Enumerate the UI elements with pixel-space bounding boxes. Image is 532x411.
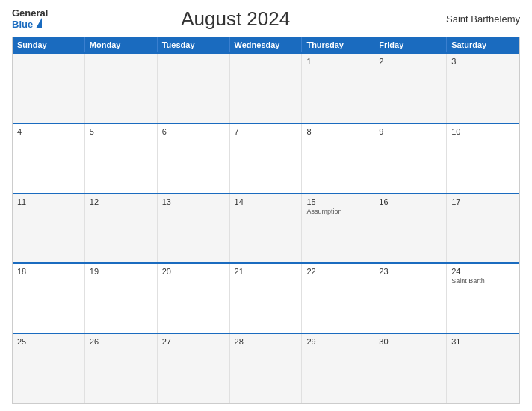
day-number: 6 bbox=[162, 127, 225, 136]
day-cell-2-5: 8 bbox=[302, 124, 374, 193]
day-number: 27 bbox=[162, 337, 225, 346]
day-number: 11 bbox=[17, 197, 80, 206]
day-cell-1-5: 1 bbox=[302, 54, 374, 123]
day-number: 9 bbox=[379, 127, 442, 136]
day-headers-row: Sunday Monday Tuesday Wednesday Thursday… bbox=[13, 37, 519, 52]
week-row-3: 1112131415Assumption1617 bbox=[13, 193, 519, 263]
day-cell-4-6: 23 bbox=[374, 264, 447, 333]
day-cell-5-3: 27 bbox=[158, 334, 230, 403]
day-cell-3-4: 14 bbox=[230, 194, 303, 263]
day-cell-5-7: 31 bbox=[447, 334, 519, 403]
logo-general-text: General bbox=[12, 8, 48, 18]
day-cell-1-3 bbox=[158, 54, 230, 123]
day-cell-1-2 bbox=[85, 54, 158, 123]
header-saturday: Saturday bbox=[447, 37, 519, 52]
day-cell-3-5: 15Assumption bbox=[302, 194, 374, 263]
day-cell-5-5: 29 bbox=[302, 334, 374, 403]
day-cell-1-6: 2 bbox=[374, 54, 447, 123]
week-row-2: 45678910 bbox=[13, 123, 519, 193]
day-number: 20 bbox=[162, 267, 225, 276]
header-friday: Friday bbox=[374, 37, 447, 52]
day-cell-2-4: 7 bbox=[230, 124, 303, 193]
day-number: 28 bbox=[235, 337, 297, 346]
day-number: 2 bbox=[379, 57, 442, 66]
day-number: 13 bbox=[162, 197, 225, 206]
week-row-5: 25262728293031 bbox=[13, 333, 519, 403]
day-number: 21 bbox=[235, 267, 297, 276]
header-monday: Monday bbox=[85, 37, 158, 52]
day-cell-5-1: 25 bbox=[13, 334, 85, 403]
day-number: 12 bbox=[90, 197, 152, 206]
day-number: 4 bbox=[17, 127, 80, 136]
day-cell-1-4 bbox=[230, 54, 303, 123]
logo-blue-text: Blue bbox=[12, 19, 33, 29]
day-cell-3-1: 11 bbox=[13, 194, 85, 263]
day-number: 24 bbox=[451, 267, 515, 276]
day-cell-4-5: 22 bbox=[302, 264, 374, 333]
day-number: 22 bbox=[306, 267, 369, 276]
day-number: 31 bbox=[451, 337, 515, 346]
calendar-title: August 2024 bbox=[48, 7, 423, 31]
day-cell-5-4: 28 bbox=[230, 334, 303, 403]
day-cell-2-2: 5 bbox=[85, 124, 158, 193]
day-cell-5-2: 26 bbox=[85, 334, 158, 403]
week-row-4: 18192021222324Saint Barth bbox=[13, 262, 519, 333]
header-wednesday: Wednesday bbox=[230, 37, 303, 52]
day-number: 29 bbox=[306, 337, 369, 346]
calendar: Sunday Monday Tuesday Wednesday Thursday… bbox=[12, 37, 520, 404]
day-cell-2-1: 4 bbox=[13, 124, 85, 193]
day-cell-4-4: 21 bbox=[230, 264, 303, 333]
day-number: 5 bbox=[90, 127, 152, 136]
day-cell-4-7: 24Saint Barth bbox=[447, 264, 519, 333]
day-number: 8 bbox=[306, 127, 369, 136]
day-number: 7 bbox=[235, 127, 297, 136]
logo-triangle-icon bbox=[36, 18, 42, 28]
day-cell-2-7: 10 bbox=[447, 124, 519, 193]
week-row-1: 123 bbox=[13, 52, 519, 123]
day-event: Saint Barth bbox=[451, 277, 515, 286]
day-number: 14 bbox=[235, 197, 297, 206]
day-cell-1-7: 3 bbox=[447, 54, 519, 123]
day-number: 19 bbox=[90, 267, 152, 276]
day-cell-4-1: 18 bbox=[13, 264, 85, 333]
weeks-container: 123456789101112131415Assumption161718192… bbox=[13, 52, 519, 403]
day-number: 25 bbox=[17, 337, 80, 346]
day-cell-3-6: 16 bbox=[374, 194, 447, 263]
header-tuesday: Tuesday bbox=[158, 37, 230, 52]
day-number: 3 bbox=[451, 57, 515, 66]
day-number: 17 bbox=[451, 197, 515, 206]
day-number: 10 bbox=[451, 127, 515, 136]
day-cell-2-3: 6 bbox=[158, 124, 230, 193]
day-cell-4-3: 20 bbox=[158, 264, 230, 333]
day-cell-3-2: 12 bbox=[85, 194, 158, 263]
day-cell-3-3: 13 bbox=[158, 194, 230, 263]
day-number: 30 bbox=[379, 337, 442, 346]
header-sunday: Sunday bbox=[13, 37, 85, 52]
header: General Blue August 2024 Saint Barthelem… bbox=[12, 7, 520, 31]
day-cell-4-2: 19 bbox=[85, 264, 158, 333]
day-number: 23 bbox=[379, 267, 442, 276]
day-event: Assumption bbox=[306, 208, 369, 217]
day-number: 16 bbox=[379, 197, 442, 206]
day-number: 18 bbox=[17, 267, 80, 276]
day-number: 15 bbox=[306, 197, 369, 206]
day-cell-1-1 bbox=[13, 54, 85, 123]
day-cell-2-6: 9 bbox=[374, 124, 447, 193]
header-thursday: Thursday bbox=[302, 37, 374, 52]
location-label: Saint Barthelemy bbox=[423, 13, 520, 25]
day-cell-5-6: 30 bbox=[374, 334, 447, 403]
day-cell-3-7: 17 bbox=[447, 194, 519, 263]
day-number: 26 bbox=[90, 337, 152, 346]
logo: General Blue bbox=[12, 8, 48, 30]
page: General Blue August 2024 Saint Barthelem… bbox=[0, 0, 532, 411]
day-number: 1 bbox=[306, 57, 369, 66]
